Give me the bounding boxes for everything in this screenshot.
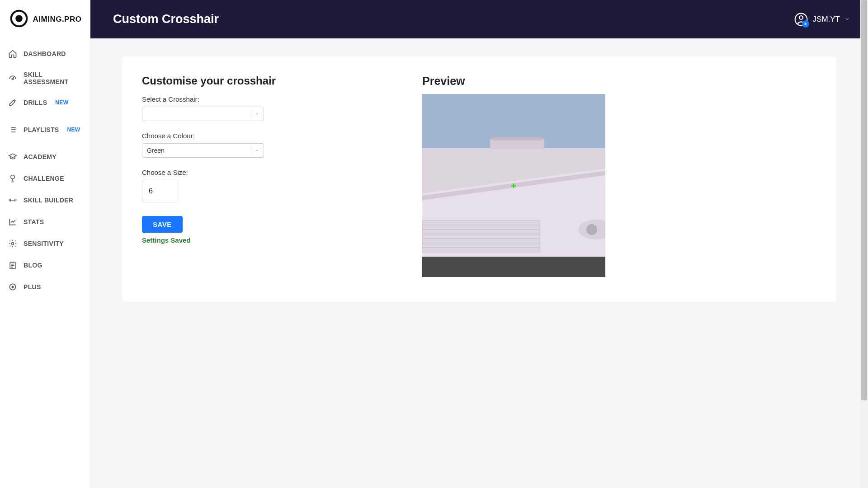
svg-rect-25	[422, 257, 605, 277]
gear-icon	[8, 239, 17, 248]
barbell-icon	[8, 196, 17, 205]
gauge-icon	[8, 74, 17, 83]
svg-rect-21	[422, 243, 540, 248]
svg-point-9	[799, 16, 803, 19]
nav-label: SKILL ASSESSMENT	[24, 71, 82, 85]
chart-icon	[8, 217, 17, 226]
grad-cap-icon	[8, 152, 17, 161]
user-name: JSM.YT	[813, 15, 840, 24]
page-title: Custom Crosshair	[113, 12, 219, 26]
logo-text: AIMING.PRO	[33, 15, 82, 24]
svg-rect-17	[422, 225, 540, 230]
preview-column: Preview	[422, 75, 605, 277]
scrollbar[interactable]	[860, 0, 868, 488]
nav-label: STATS	[24, 218, 44, 225]
nav-label: DASHBOARD	[24, 50, 66, 57]
svg-rect-12	[490, 139, 544, 149]
svg-rect-18	[422, 230, 540, 234]
svg-point-2	[12, 78, 13, 80]
size-input[interactable]	[142, 180, 178, 202]
svg-rect-20	[422, 239, 540, 243]
trophy-icon	[8, 174, 17, 183]
nav-label: DRILLS	[24, 99, 47, 106]
new-badge: NEW	[55, 99, 68, 106]
document-icon	[8, 261, 17, 270]
nav-label: SKILL BUILDER	[24, 197, 73, 204]
svg-point-7	[12, 286, 13, 287]
content: Customise your crosshair Select a Crossh…	[90, 38, 868, 488]
svg-rect-13	[492, 137, 542, 141]
svg-point-24	[586, 224, 597, 235]
nav-challenge[interactable]: CHALLENGE	[0, 168, 90, 189]
form-column: Customise your crosshair Select a Crossh…	[142, 75, 368, 277]
form-heading: Customise your crosshair	[142, 75, 368, 87]
colour-select[interactable]: Green	[142, 143, 264, 158]
svg-point-3	[11, 175, 14, 179]
chevron-down-icon	[844, 15, 850, 24]
list-icon	[8, 125, 17, 134]
nav-list: DASHBOARD SKILL ASSESSMENT DRILLS NEW	[0, 38, 90, 302]
status-text: Settings Saved	[142, 236, 368, 244]
sidebar: AIMING.PRO DASHBOARD SKILL ASSESSMENT	[0, 0, 90, 488]
plus-badge-icon	[802, 20, 809, 28]
svg-point-4	[12, 243, 14, 245]
user-menu[interactable]: JSM.YT	[794, 12, 850, 27]
main: Custom Crosshair JSM.YT	[90, 0, 868, 488]
preview-viewport	[422, 94, 605, 277]
preview-scene	[422, 94, 605, 277]
crosshair-label: Select a Crosshair:	[142, 95, 368, 103]
chevron-down-icon	[251, 110, 259, 118]
new-badge: NEW	[67, 127, 80, 133]
size-label: Choose a Size:	[142, 169, 368, 176]
nav-plus[interactable]: PLUS	[0, 276, 90, 298]
scrollbar-thumb[interactable]	[861, 0, 867, 400]
colour-label: Choose a Colour:	[142, 132, 368, 140]
svg-rect-19	[422, 234, 540, 239]
crosshair-select[interactable]	[142, 107, 264, 121]
svg-rect-22	[422, 248, 540, 252]
home-icon	[8, 49, 17, 58]
svg-rect-16	[422, 221, 540, 225]
chevron-down-icon	[251, 146, 259, 155]
nav-label: ACADEMY	[24, 153, 57, 160]
nav-label: PLAYLISTS	[24, 126, 59, 133]
nav-sensitivity[interactable]: SENSITIVITY	[0, 233, 90, 254]
svg-point-1	[16, 16, 22, 21]
nav-skill-assessment[interactable]: SKILL ASSESSMENT	[0, 65, 90, 92]
colour-value: Green	[147, 147, 165, 154]
preview-heading: Preview	[422, 75, 605, 88]
nav-label: SENSITIVITY	[24, 240, 64, 247]
target-logo-icon	[9, 8, 29, 31]
settings-card: Customise your crosshair Select a Crossh…	[122, 56, 836, 302]
avatar	[794, 12, 808, 27]
nav-blog[interactable]: BLOG	[0, 254, 90, 276]
tools-icon	[8, 98, 17, 107]
nav-academy[interactable]: ACADEMY	[0, 146, 90, 168]
nav-label: PLUS	[24, 283, 41, 291]
nav-drills[interactable]: DRILLS NEW	[0, 92, 90, 113]
nav-dashboard[interactable]: DASHBOARD	[0, 43, 90, 65]
nav-label: BLOG	[24, 262, 42, 269]
nav-playlists[interactable]: PLAYLISTS NEW	[0, 119, 90, 141]
target-icon	[8, 282, 17, 291]
nav-stats[interactable]: STATS	[0, 211, 90, 233]
nav-label: CHALLENGE	[24, 175, 64, 182]
logo[interactable]: AIMING.PRO	[0, 0, 90, 38]
nav-skill-builder[interactable]: SKILL BUILDER	[0, 189, 90, 211]
save-button[interactable]: SAVE	[142, 216, 183, 233]
topbar: Custom Crosshair JSM.YT	[90, 0, 868, 38]
